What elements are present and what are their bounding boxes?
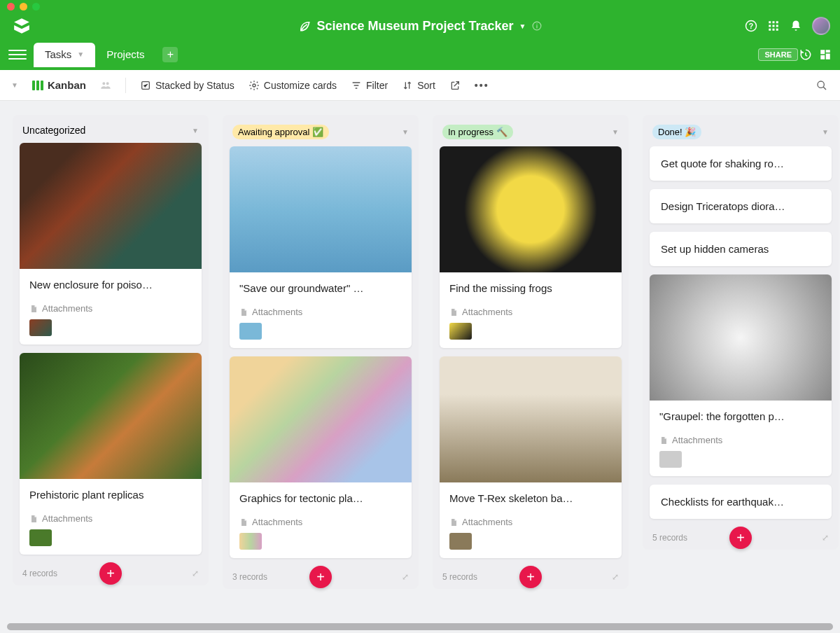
attachments-label: Attachments (462, 307, 512, 317)
column-title[interactable]: Awaiting approval ✅ (232, 125, 329, 139)
kanban-card[interactable]: Checklists for earthquak… (650, 485, 832, 519)
add-tab-button[interactable]: + (162, 47, 178, 62)
attachment-thumb[interactable] (29, 319, 52, 336)
tab-projects[interactable]: Projects (95, 43, 155, 67)
file-icon (29, 304, 38, 314)
attachments-row[interactable]: Attachments (449, 307, 612, 317)
project-title[interactable]: Science Museum Project Tracker (316, 19, 513, 34)
attachments-row[interactable]: Attachments (659, 435, 822, 445)
attachments-row[interactable]: Attachments (239, 517, 402, 527)
attachment-thumb[interactable] (449, 323, 472, 340)
collapse-column-icon[interactable]: ⤢ (192, 569, 199, 578)
add-card-button[interactable]: + (309, 566, 332, 588)
kanban-card[interactable]: Design Triceratops diora… (650, 189, 832, 223)
collapse-column-icon[interactable]: ⤢ (402, 572, 409, 582)
app-logo-icon[interactable] (13, 17, 31, 35)
view-switcher[interactable]: Kanban (32, 79, 86, 91)
share-view-icon[interactable] (449, 80, 461, 91)
share-button[interactable]: SHARE (758, 48, 798, 61)
chevron-down-icon[interactable]: ▼ (192, 127, 199, 134)
customize-cards-button[interactable]: Customize cards (248, 80, 337, 91)
attachment-thumb[interactable] (239, 533, 262, 550)
tab-label: Tasks (45, 48, 71, 60)
kanban-card[interactable]: Set up hidden cameras (650, 232, 832, 266)
attachment-thumb[interactable] (29, 529, 52, 546)
chevron-down-icon[interactable]: ▼ (402, 128, 409, 136)
tab-tasks[interactable]: Tasks ▼ (34, 43, 95, 67)
card-title: Get quote for shaking ro… (661, 158, 820, 169)
card-image (230, 146, 412, 272)
card-image (440, 146, 622, 272)
title-dropdown-icon[interactable]: ▼ (519, 22, 526, 30)
collapse-column-icon[interactable]: ⤢ (612, 572, 619, 582)
window-minimize-icon[interactable] (20, 3, 27, 11)
sort-icon (402, 80, 413, 91)
kanban-icon (32, 81, 43, 90)
horizontal-scrollbar[interactable] (7, 623, 833, 630)
history-icon[interactable] (799, 48, 812, 61)
attachments-row[interactable]: Attachments (29, 303, 192, 314)
apps-grid-icon[interactable] (767, 20, 780, 32)
gear-icon (248, 80, 260, 91)
window-close-icon[interactable] (7, 3, 15, 11)
card-image (440, 356, 622, 482)
more-icon[interactable]: ••• (475, 80, 489, 91)
column-title[interactable]: Uncategorized (22, 125, 85, 136)
filter-button[interactable]: Filter (351, 80, 388, 91)
sort-button[interactable]: Sort (402, 80, 435, 91)
attachments-label: Attachments (252, 307, 302, 317)
svg-text:?: ? (749, 22, 753, 30)
help-icon[interactable]: ? (745, 20, 757, 32)
add-card-button[interactable]: + (519, 566, 542, 588)
kanban-column: Done! 🎉▼Get quote for shaking ro…Design … (643, 115, 839, 550)
attachment-thumb[interactable] (659, 451, 682, 468)
card-title: Set up hidden cameras (661, 243, 820, 255)
stacked-by-button[interactable]: Stacked by Status (140, 80, 234, 91)
card-image (650, 274, 832, 401)
kanban-card[interactable]: Graphics for tectonic pla…Attachments (230, 356, 412, 558)
card-title: Graphics for tectonic pla… (239, 492, 402, 504)
user-avatar[interactable] (812, 17, 830, 35)
view-name: Kanban (48, 79, 86, 91)
attachments-label: Attachments (252, 517, 302, 527)
bell-icon[interactable] (790, 20, 802, 32)
card-title: Move T-Rex skeleton ba… (449, 492, 612, 504)
kanban-card[interactable]: "Save our groundwater" …Attachments (230, 146, 412, 348)
filter-icon (351, 80, 362, 91)
info-icon[interactable] (532, 21, 542, 31)
add-card-button[interactable]: + (729, 527, 752, 549)
customize-label: Customize cards (264, 80, 337, 91)
attachment-thumb[interactable] (449, 533, 472, 550)
attachments-row[interactable]: Attachments (449, 517, 612, 527)
collaborators-icon[interactable] (100, 80, 111, 91)
search-icon[interactable] (816, 80, 827, 91)
file-icon (29, 514, 38, 524)
attachments-label: Attachments (462, 517, 512, 527)
window-titlebar (0, 0, 840, 13)
blocks-icon[interactable] (819, 48, 832, 61)
kanban-card[interactable]: Move T-Rex skeleton ba…Attachments (440, 356, 622, 558)
attachment-thumb[interactable] (239, 323, 262, 340)
card-title: "Graupel: the forgotten p… (659, 410, 822, 422)
sort-label: Sort (417, 80, 435, 91)
card-title: Design Triceratops diora… (661, 200, 820, 212)
attachments-row[interactable]: Attachments (239, 307, 402, 317)
collapse-column-icon[interactable]: ⤢ (822, 533, 829, 543)
kanban-card[interactable]: "Graupel: the forgotten p…Attachments (650, 274, 832, 476)
chevron-down-icon[interactable]: ▼ (77, 50, 84, 58)
add-card-button[interactable]: + (99, 562, 122, 585)
kanban-card[interactable]: Prehistoric plant replicasAttachments (20, 353, 202, 555)
chevron-down-icon[interactable]: ▼ (822, 128, 829, 136)
menu-burger-icon[interactable] (8, 46, 27, 64)
kanban-card[interactable]: Find the missing frogsAttachments (440, 146, 622, 348)
kanban-card[interactable]: New enclosure for poiso…Attachments (20, 143, 202, 345)
file-icon (239, 307, 248, 317)
column-title[interactable]: In progress 🔨 (442, 125, 513, 139)
window-zoom-icon[interactable] (32, 3, 40, 11)
kanban-card[interactable]: Get quote for shaking ro… (650, 146, 832, 181)
column-title[interactable]: Done! 🎉 (652, 125, 701, 139)
attachments-row[interactable]: Attachments (29, 513, 192, 524)
file-icon (239, 517, 248, 527)
collapse-views-icon[interactable]: ▼ (11, 81, 18, 89)
chevron-down-icon[interactable]: ▼ (612, 128, 619, 136)
